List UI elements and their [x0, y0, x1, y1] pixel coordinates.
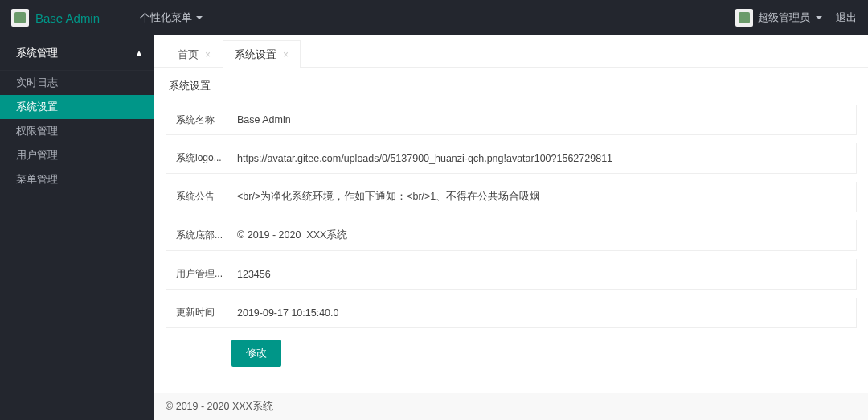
form-row-system-footer: 系统底部... — [166, 220, 857, 251]
form-row-system-name: 系统名称 — [166, 105, 857, 135]
panel: 系统设置 系统名称 系统logo... 系统公告 系统底部. — [154, 68, 868, 420]
form-label: 系统logo... — [166, 151, 223, 165]
sidebar-item-label: 权限管理 — [16, 125, 58, 138]
system-name-input[interactable] — [223, 105, 856, 134]
sidebar-item-permission[interactable]: 权限管理 — [0, 119, 154, 143]
sidebar-item-label: 用户管理 — [16, 149, 58, 163]
topbar: Base Admin 个性化菜单 超级管理员 退出 — [0, 0, 868, 35]
panel-title: 系统设置 — [169, 79, 857, 93]
form-actions: 修改 — [166, 328, 857, 367]
tab-label: 首页 — [178, 47, 199, 62]
sidebar-item-label: 系统设置 — [16, 101, 58, 114]
topbar-right: 超级管理员 退出 — [735, 9, 857, 27]
footer: © 2019 - 2020 XXX系统 — [154, 393, 868, 420]
topbar-left: Base Admin 个性化菜单 — [11, 9, 203, 27]
sidebar-item-system-settings[interactable]: 系统设置 — [0, 95, 154, 119]
brand-logo-icon — [11, 9, 29, 27]
form-row-update-time: 更新时间 — [166, 298, 857, 328]
form-row-system-notice: 系统公告 — [166, 182, 857, 212]
system-footer-input[interactable] — [223, 220, 856, 250]
sidebar: 系统管理 ▴ 实时日志 系统设置 权限管理 用户管理 菜单管理 — [0, 35, 154, 420]
sidebar-item-menu-mgmt[interactable]: 菜单管理 — [0, 167, 154, 191]
form-label: 系统底部... — [166, 229, 223, 242]
sidebar-item-user-mgmt[interactable]: 用户管理 — [0, 143, 154, 167]
chevron-down-icon — [815, 14, 823, 22]
tab-system-settings[interactable]: 系统设置 × — [223, 40, 301, 68]
logout-link[interactable]: 退出 — [836, 10, 857, 25]
form-row-user-mgmt: 用户管理... — [166, 259, 857, 290]
chevron-down-icon — [195, 14, 203, 22]
submit-button[interactable]: 修改 — [231, 340, 281, 367]
content: 首页 × 系统设置 × 系统设置 系统名称 系统logo... — [154, 35, 868, 420]
sidebar-item-realtime-log[interactable]: 实时日志 — [0, 71, 154, 95]
system-notice-input[interactable] — [223, 182, 856, 212]
close-icon[interactable]: × — [205, 49, 211, 60]
footer-text: © 2019 - 2020 XXX系统 — [166, 400, 273, 414]
tab-home[interactable]: 首页 × — [166, 40, 223, 68]
tab-label: 系统设置 — [235, 47, 276, 62]
form-label: 系统名称 — [166, 113, 223, 127]
sidebar-group-label: 系统管理 — [16, 46, 58, 60]
brand-title: Base Admin — [35, 11, 100, 25]
user-mgmt-input[interactable] — [223, 259, 856, 289]
custom-menu-label: 个性化菜单 — [140, 10, 192, 25]
system-logo-input[interactable] — [223, 143, 856, 173]
form-label: 用户管理... — [166, 267, 223, 281]
chevron-up-icon: ▴ — [137, 47, 141, 58]
avatar-icon — [735, 9, 753, 27]
layout: 系统管理 ▴ 实时日志 系统设置 权限管理 用户管理 菜单管理 首页 × 系统设… — [0, 35, 868, 420]
tabs-bar: 首页 × 系统设置 × — [154, 35, 868, 68]
sidebar-item-label: 菜单管理 — [16, 173, 58, 187]
form-label: 更新时间 — [166, 306, 223, 319]
sidebar-item-label: 实时日志 — [16, 76, 58, 90]
custom-menu-dropdown[interactable]: 个性化菜单 — [140, 10, 203, 25]
form-row-system-logo: 系统logo... — [166, 143, 857, 174]
settings-form: 系统名称 系统logo... 系统公告 系统底部... — [166, 105, 857, 367]
sidebar-group-system[interactable]: 系统管理 ▴ — [0, 35, 154, 71]
update-time-input[interactable] — [223, 298, 856, 327]
close-icon[interactable]: × — [283, 49, 289, 60]
brand[interactable]: Base Admin — [11, 9, 100, 27]
form-label: 系统公告 — [166, 190, 223, 204]
user-name: 超级管理员 — [758, 10, 810, 25]
user-dropdown[interactable]: 超级管理员 — [735, 9, 823, 27]
